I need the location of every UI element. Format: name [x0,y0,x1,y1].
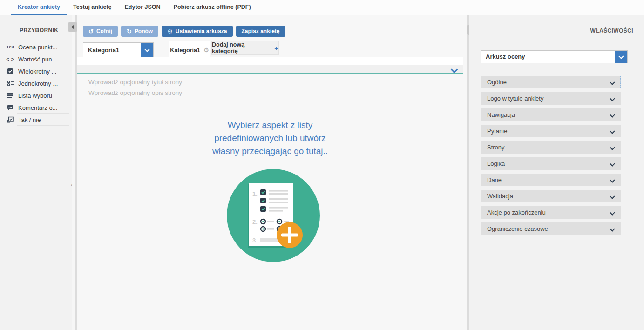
checkbox-icon [6,68,14,74]
accordion-label: Dane [487,176,502,183]
settings-label: Ustawienia arkusza [176,28,227,34]
top-tab-bar: Kreator ankiety Testuj ankietę Edytor JS… [0,0,644,15]
empty-page-message: Wybierz aspekt z listy predefiniowanych … [77,119,463,158]
accordion-label: Logo w tytule ankiety [487,95,543,102]
toolbox-item-boolean[interactable]: Tak / nie [0,114,72,126]
collapse-toolbox-button[interactable] [68,22,77,32]
category-select-button[interactable] [141,43,153,57]
properties-target-value: Arkusz oceny [486,51,525,63]
properties-accordion: Ogólne Logo w tytule ankiety Nawigacja P… [481,76,621,239]
add-category-label: Dodaj nową kategorię [212,41,271,54]
properties-target-button[interactable] [615,51,627,63]
chevron-down-icon [610,80,615,85]
designer-toolbar: ↺ Cofnij ↻ Ponów ⚙ Ustawienia arkusza Za… [83,26,285,37]
radiogroup-icon [6,80,14,87]
chevron-down-icon [610,226,615,231]
toolbox-item-label: Komentarz o... [18,104,58,111]
toolbox-item-label: Jednokrotny ... [18,80,58,87]
accordion-section-ograniczenie-czasowe[interactable]: Ograniczenie czasowe [481,222,621,235]
toolbox-item-label: Wielokrotny ... [18,68,56,75]
chevron-down-icon [610,194,615,199]
chevron-down-icon [610,145,615,150]
accordion-label: Ograniczenie czasowe [487,225,548,232]
chevron-down-icon [618,54,624,59]
page-description-input[interactable]: Wprowadź opcjonalny opis strony [88,89,182,96]
chevron-down-icon [610,161,615,166]
chevron-down-icon [610,128,615,134]
chevron-down-icon [610,177,615,182]
page-accent-line [77,73,463,74]
accordion-label: Ogólne [487,79,507,86]
toolbox-item-radiogroup[interactable]: Jednokrotny ... [0,77,72,89]
splitter-left-grip-left-icon[interactable]: ‹ [71,182,73,188]
angle-brackets-icon: < > [6,56,14,62]
category-settings-icon[interactable]: ⚙ [203,47,209,53]
accordion-label: Walidacja [487,193,513,200]
designer-canvas: ↺ Cofnij ↻ Ponów ⚙ Ustawienia arkusza Za… [77,15,467,330]
accordion-section-strony[interactable]: Strony [481,141,621,154]
toolbox-item-dropdown[interactable]: Lista wyboru [0,89,72,101]
category-select-value: Kategoria1 [88,43,119,57]
accordion-section-nawigacja[interactable]: Nawigacja [481,108,621,121]
accordion-section-dane[interactable]: Dane [481,174,621,186]
plus-icon: + [274,45,278,52]
dropdown-list-icon [6,92,14,99]
page-title-input[interactable]: Wprowadź opcjonalny tytuł strony [88,79,182,86]
redo-icon: ↻ [127,28,132,34]
boolean-icon [6,116,14,123]
add-aspect-icon [277,222,303,248]
svg-text:2.: 2. [252,218,258,225]
survey-header-expand-bar [77,65,463,73]
toolbox-item-point-value[interactable]: < > Wartość pun... [0,53,72,65]
svg-text:1.: 1. [252,190,258,197]
toolbox-panel: PRZYBORNIK 123 Ocena punkt... < > Wartoś… [0,15,72,330]
toolbox-item-rating[interactable]: 123 Ocena punkt... [0,41,72,53]
accordion-section-walidacja[interactable]: Walidacja [481,190,621,202]
survey-settings-button[interactable]: ⚙ Ustawienia arkusza [162,26,232,37]
tab-kreator-ankiety[interactable]: Kreator ankiety [11,0,67,15]
category-select[interactable]: Kategoria1 [83,42,154,58]
category-tab-active[interactable]: Kategoria1 ⚙ [169,41,210,59]
accordion-label: Nawigacja [487,111,515,118]
accordion-label: Pytanie [487,128,507,135]
gear-icon: ⚙ [167,28,173,34]
chevron-down-icon [610,112,615,117]
accordion-section-logika[interactable]: Logika [481,157,621,170]
survey-header-band [77,57,463,65]
empty-survey-illustration: 1. 2. [227,169,320,262]
redo-button[interactable]: ↻ Ponów [121,26,158,37]
toolbox-item-comment[interactable]: Komentarz o... [0,101,72,114]
toolbox-title: PRZYBORNIK [20,27,72,34]
save-survey-button[interactable]: Zapisz ankietę [236,26,285,37]
toolbox-item-label: Ocena punkt... [18,44,58,51]
undo-icon: ↺ [88,28,94,34]
expand-chevron-down-icon[interactable] [451,66,458,74]
properties-target-select[interactable]: Arkusz oceny [481,50,628,63]
accordion-label: Strony [487,144,505,151]
redo-label: Ponów [135,28,153,34]
accordion-section-ogolne[interactable]: Ogólne [481,76,621,88]
tab-testuj-ankiete[interactable]: Testuj ankietę [67,0,118,15]
empty-page-message-text: Wybierz aspekt z listy predefiniowanych … [205,119,335,158]
tab-edytor-json[interactable]: Edytor JSON [118,0,167,15]
accordion-section-akcje-po-zakonczeniu[interactable]: Akcje po zakończeniu [481,206,621,219]
svg-text:3.: 3. [252,237,258,244]
save-label: Zapisz ankietę [242,28,280,34]
accordion-section-logo[interactable]: Logo w tytule ankiety [481,92,621,105]
accordion-section-pytanie[interactable]: Pytanie [481,125,621,137]
tab-pobierz-arkusz-offline-pdf[interactable]: Pobierz arkusz offline (PDF) [167,0,258,15]
undo-button[interactable]: ↺ Cofnij [83,26,118,37]
chevron-down-icon [144,47,149,52]
chevron-down-icon [610,96,615,101]
properties-title: WŁAŚCIWOŚCI [590,27,633,34]
chevron-left-icon [71,25,74,29]
toolbox-item-checkbox[interactable]: Wielokrotny ... [0,65,72,77]
toolbox-item-label: Wartość pun... [18,56,57,63]
category-tab-label: Kategoria1 [170,47,200,54]
category-bar: Kategoria1 Kategoria1 ⚙ Dodaj nową kateg… [83,41,463,59]
toolbox-item-label: Lista wyboru [18,92,52,99]
accordion-label: Akcje po zakończeniu [487,209,546,216]
undo-label: Cofnij [96,28,112,34]
accordion-label: Logika [487,160,505,167]
add-category-tab[interactable]: Dodaj nową kategorię + [211,41,279,55]
